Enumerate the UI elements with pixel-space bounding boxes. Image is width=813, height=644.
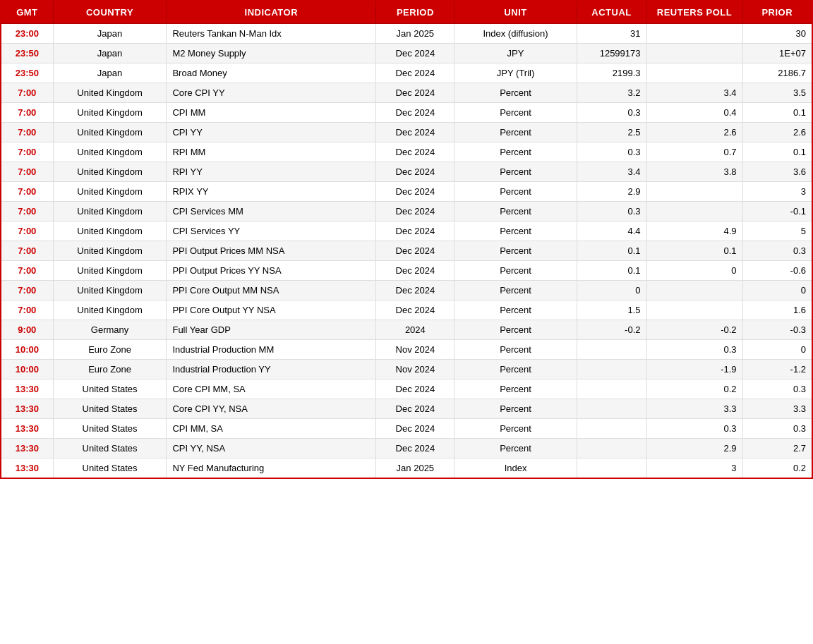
cell-country: United Kingdom [53,83,167,103]
cell-unit: Percent [454,379,577,399]
cell-period: Dec 2024 [376,399,454,419]
cell-country: United Kingdom [53,202,167,221]
cell-indicator: NY Fed Manufacturing [167,458,376,479]
table-row: 7:00United KingdomRPIX YYDec 2024Percent… [1,182,812,202]
cell-unit: Percent [454,340,577,360]
header-period: PERIOD [376,1,454,24]
cell-prior: -0.1 [742,202,812,221]
cell-actual: 2.5 [577,123,646,142]
table-row: 13:30United StatesNY Fed ManufacturingJa… [1,458,812,479]
cell-actual [577,379,646,399]
cell-unit: Percent [454,360,577,379]
cell-prior: 2.6 [742,123,812,142]
cell-actual: -0.2 [577,320,646,340]
cell-reuters-poll: 0.3 [646,419,742,439]
cell-period: Dec 2024 [376,103,454,123]
cell-gmt: 7:00 [1,162,53,182]
cell-reuters-poll: -1.9 [646,360,742,379]
cell-period: 2024 [376,320,454,340]
cell-prior: 0.1 [742,142,812,162]
table-row: 10:00Euro ZoneIndustrial Production YYNo… [1,360,812,379]
cell-prior: 1.6 [742,300,812,320]
cell-prior: 3.6 [742,162,812,182]
cell-reuters-poll: 0.1 [646,241,742,261]
cell-actual: 1.5 [577,300,646,320]
cell-gmt: 23:00 [1,24,53,44]
cell-prior: 0.1 [742,103,812,123]
cell-reuters-poll [646,63,742,83]
cell-reuters-poll: 2.9 [646,439,742,458]
cell-actual [577,360,646,379]
cell-country: Japan [53,44,167,63]
cell-period: Dec 2024 [376,281,454,300]
table-row: 13:30United StatesCPI YY, NSADec 2024Per… [1,439,812,458]
header-reuters-poll: REUTERS POLL [646,1,742,24]
cell-reuters-poll: 2.6 [646,123,742,142]
cell-country: Euro Zone [53,340,167,360]
cell-country: Japan [53,24,167,44]
cell-prior: 2.7 [742,439,812,458]
cell-country: United Kingdom [53,281,167,300]
cell-country: United Kingdom [53,221,167,241]
cell-prior: 2186.7 [742,63,812,83]
cell-period: Dec 2024 [376,162,454,182]
cell-gmt: 7:00 [1,123,53,142]
table-row: 23:50JapanM2 Money SupplyDec 2024JPY1259… [1,44,812,63]
cell-period: Dec 2024 [376,261,454,281]
cell-actual: 2199.3 [577,63,646,83]
cell-period: Dec 2024 [376,300,454,320]
table-row: 7:00United KingdomRPI YYDec 2024Percent3… [1,162,812,182]
cell-indicator: RPIX YY [167,182,376,202]
cell-period: Dec 2024 [376,182,454,202]
cell-unit: Index [454,458,577,479]
cell-indicator: Core CPI YY [167,83,376,103]
cell-country: United States [53,399,167,419]
cell-period: Jan 2025 [376,458,454,479]
cell-country: United Kingdom [53,182,167,202]
cell-prior: 1E+07 [742,44,812,63]
table-row: 13:30United StatesCore CPI YY, NSADec 20… [1,399,812,419]
table-row: 10:00Euro ZoneIndustrial Production MMNo… [1,340,812,360]
cell-gmt: 10:00 [1,360,53,379]
header-prior: PRIOR [742,1,812,24]
table-row: 7:00United KingdomPPI Output Prices MM N… [1,241,812,261]
cell-actual: 0 [577,281,646,300]
cell-unit: Percent [454,419,577,439]
cell-indicator: Core CPI MM, SA [167,379,376,399]
cell-actual [577,439,646,458]
cell-actual: 0.3 [577,103,646,123]
cell-indicator: M2 Money Supply [167,44,376,63]
cell-country: United Kingdom [53,162,167,182]
cell-actual [577,399,646,419]
cell-actual [577,340,646,360]
cell-unit: Percent [454,162,577,182]
cell-gmt: 13:30 [1,458,53,479]
cell-gmt: 7:00 [1,300,53,320]
cell-country: Japan [53,63,167,83]
cell-country: United States [53,458,167,479]
cell-unit: Percent [454,221,577,241]
table-row: 23:50JapanBroad MoneyDec 2024JPY (Tril)2… [1,63,812,83]
cell-gmt: 7:00 [1,182,53,202]
cell-prior: 0 [742,340,812,360]
cell-prior: 30 [742,24,812,44]
cell-unit: Percent [454,241,577,261]
cell-period: Nov 2024 [376,340,454,360]
table-row: 13:30United StatesCore CPI MM, SADec 202… [1,379,812,399]
table-row: 7:00United KingdomCPI Services MMDec 202… [1,202,812,221]
cell-indicator: CPI MM [167,103,376,123]
cell-actual: 0.3 [577,142,646,162]
cell-prior: -0.3 [742,320,812,340]
cell-country: United States [53,379,167,399]
cell-gmt: 13:30 [1,399,53,419]
table-row: 7:00United KingdomCPI Services YYDec 202… [1,221,812,241]
cell-country: Germany [53,320,167,340]
cell-indicator: CPI Services MM [167,202,376,221]
cell-unit: Percent [454,281,577,300]
cell-unit: Percent [454,123,577,142]
cell-reuters-poll: 0.2 [646,379,742,399]
cell-actual: 3.2 [577,83,646,103]
header-actual: ACTUAL [577,1,646,24]
cell-actual [577,458,646,479]
cell-reuters-poll [646,202,742,221]
